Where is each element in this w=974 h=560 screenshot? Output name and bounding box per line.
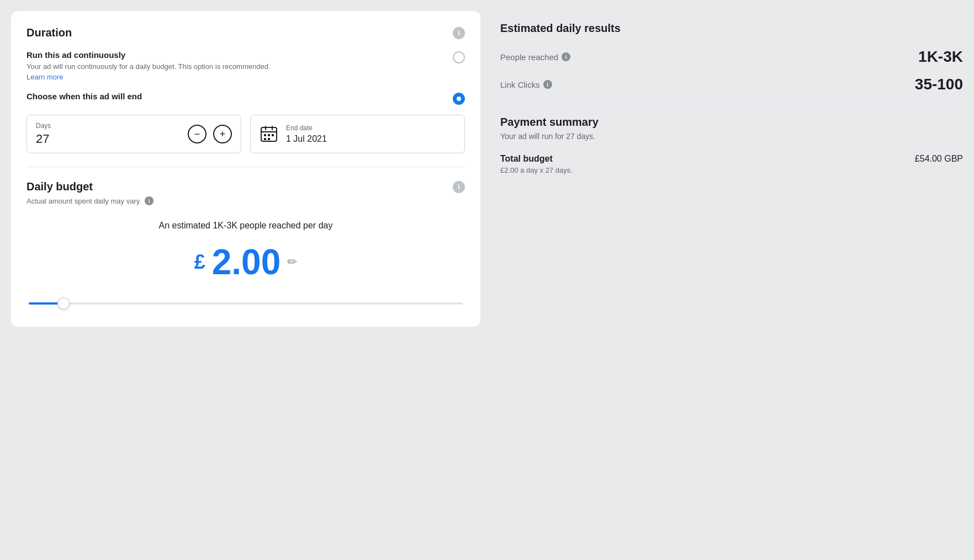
daily-budget-title: Daily budget — [27, 180, 93, 193]
estimated-text: An estimated 1K-3K people reached per da… — [27, 221, 465, 231]
payment-summary-desc: Your ad will run for 27 days. — [500, 132, 963, 141]
days-value: 27 — [36, 132, 51, 146]
payment-summary-title: Payment summary — [500, 116, 963, 129]
total-budget-value: £54.00 GBP — [915, 154, 963, 164]
budget-amount-row: £ 2.00 ✏ — [27, 242, 465, 282]
choose-end-option: Choose when this ad will end — [27, 92, 465, 105]
duration-title: Duration — [27, 26, 72, 39]
people-reached-row: People reached i 1K-3K — [500, 48, 963, 66]
right-divider — [500, 104, 963, 105]
right-panel: Estimated daily results People reached i… — [489, 11, 963, 327]
run-continuously-desc: Your ad will run continuously for a dail… — [27, 62, 453, 72]
end-date-info: End date 1 Jul 2021 — [286, 124, 327, 144]
duration-info-icon[interactable]: i — [453, 27, 465, 39]
people-reached-info-icon[interactable]: i — [562, 52, 570, 61]
link-clicks-label: Link Clicks i — [500, 80, 552, 89]
learn-more-link[interactable]: Learn more — [27, 73, 63, 81]
svg-rect-7 — [264, 138, 266, 140]
budget-amount: 2.00 — [212, 242, 281, 282]
run-continuously-text: Run this ad continuously Your ad will ru… — [27, 50, 453, 82]
end-date-value: 1 Jul 2021 — [286, 134, 327, 144]
budget-slider-container[interactable] — [27, 302, 465, 305]
end-date-label: End date — [286, 124, 327, 132]
people-reached-value: 1K-3K — [918, 48, 963, 66]
link-clicks-row: Link Clicks i 35-100 — [500, 76, 963, 93]
run-continuously-label: Run this ad continuously — [27, 50, 453, 60]
estimated-results-title: Estimated daily results — [500, 22, 963, 35]
currency-symbol: £ — [194, 250, 205, 274]
svg-rect-8 — [268, 138, 270, 140]
budget-subtitle: Actual amount spent daily may vary. i — [27, 196, 465, 205]
choose-end-radio[interactable] — [453, 93, 465, 105]
choose-end-text: Choose when this ad will end — [27, 92, 453, 103]
decrement-days-button[interactable]: − — [188, 125, 207, 143]
left-panel: Duration i Run this ad continuously Your… — [11, 11, 480, 327]
total-budget-row: Total budget £2.00 a day x 27 days. £54.… — [500, 154, 963, 174]
people-reached-label: People reached i — [500, 52, 570, 62]
section-divider — [27, 167, 465, 167]
calendar-icon — [260, 125, 278, 143]
days-controls: − + — [188, 125, 232, 143]
total-budget-sub: £2.00 a day x 27 days. — [500, 166, 573, 174]
run-continuously-radio[interactable] — [453, 51, 465, 63]
duration-header: Duration i — [27, 26, 465, 39]
total-budget-label: Total budget — [500, 154, 573, 164]
edit-budget-icon[interactable]: ✏ — [287, 255, 297, 269]
days-box[interactable]: Days 27 − + — [27, 115, 241, 153]
daily-budget-header: Daily budget i — [27, 180, 465, 193]
slider-track — [29, 302, 463, 305]
daily-budget-info-icon[interactable]: i — [453, 181, 465, 193]
budget-subtitle-info-icon[interactable]: i — [145, 196, 153, 205]
days-end-row: Days 27 − + — [27, 115, 465, 153]
total-budget-left: Total budget £2.00 a day x 27 days. — [500, 154, 573, 174]
slider-thumb[interactable] — [57, 297, 70, 310]
run-continuously-option: Run this ad continuously Your ad will ru… — [27, 50, 465, 82]
end-date-box[interactable]: End date 1 Jul 2021 — [250, 115, 465, 153]
choose-end-label: Choose when this ad will end — [27, 92, 453, 101]
increment-days-button[interactable]: + — [213, 125, 232, 143]
link-clicks-value: 35-100 — [915, 76, 963, 93]
svg-rect-6 — [272, 134, 274, 136]
days-label: Days — [36, 122, 51, 130]
svg-rect-4 — [264, 134, 266, 136]
svg-rect-5 — [268, 134, 270, 136]
link-clicks-info-icon[interactable]: i — [543, 80, 552, 89]
days-box-left: Days 27 — [36, 122, 51, 146]
